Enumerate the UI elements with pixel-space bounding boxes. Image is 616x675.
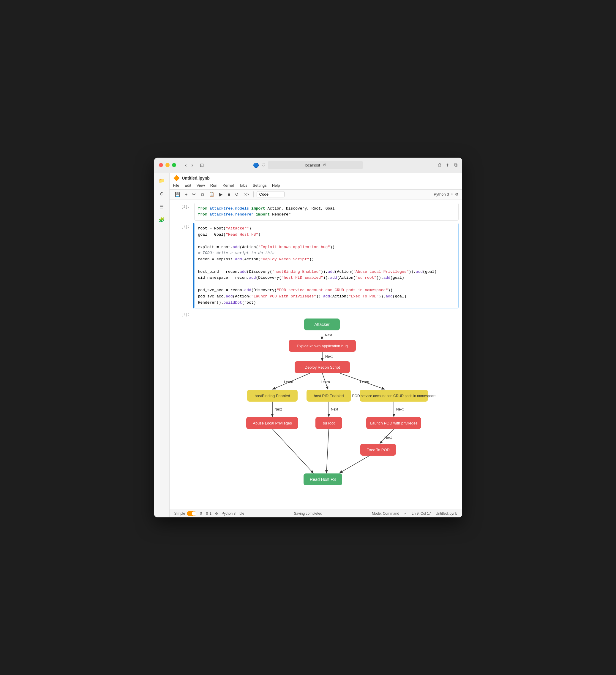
security-icon: 🔵 xyxy=(253,162,259,168)
titlebar-right-buttons: ⎙ + ⧉ xyxy=(438,162,458,169)
cell-2-code[interactable]: root = Root("Attacker") goal = Goal("Rea… xyxy=(195,223,458,308)
list-icon[interactable]: ☰ xyxy=(157,203,166,211)
maximize-button[interactable] xyxy=(172,163,176,167)
menu-tabs[interactable]: Tabs xyxy=(239,182,247,188)
menu-run[interactable]: Run xyxy=(210,182,217,188)
next-label-2: Next xyxy=(325,355,333,359)
main-content: 📁 ⊙ ☰ 🧩 🔶 Untitled.ipynb File Edit View … xyxy=(154,173,462,518)
arrow-11 xyxy=(326,429,329,473)
kernel-info-icon: ⊙ xyxy=(215,512,218,516)
minimize-button[interactable] xyxy=(165,163,169,167)
statusbar: Simple 0 ⊞ 1 ⊙ Python 3 | Idle Saving co… xyxy=(169,509,462,517)
stop-button[interactable]: ■ xyxy=(226,191,232,198)
address-bar-area: 🔵 🛡 localhost ↺ xyxy=(253,161,363,169)
menu-view[interactable]: View xyxy=(197,182,205,188)
output-prompt: [7]: xyxy=(169,311,193,506)
circle-icon[interactable]: ⊙ xyxy=(157,190,166,198)
abuse-label: Abuse Local Privileges xyxy=(253,421,292,425)
cell-1: [1]: from attacktree.models import Actio… xyxy=(169,202,462,222)
toggle-thumb xyxy=(192,512,196,516)
statusbar-left: Simple 0 ⊞ 1 ⊙ Python 3 | Idle xyxy=(174,511,245,516)
menu-file[interactable]: File xyxy=(173,182,180,188)
save-button[interactable]: 💾 xyxy=(173,191,182,198)
jupyter-logo: 🔶 xyxy=(173,175,180,181)
nav-buttons: ‹ › xyxy=(183,161,195,169)
graph-container: Attacker Next Exploit known application … xyxy=(194,311,459,506)
menu-bar: File Edit View Run Kernel Tabs Settings … xyxy=(173,182,459,190)
notebook-header: 🔶 Untitled.ipynb File Edit View Run Kern… xyxy=(169,173,462,190)
notebook-name-status: Untitled.ipynb xyxy=(436,512,458,516)
recon-label: Deploy Recon Script xyxy=(304,365,340,370)
notebook-filename: Untitled.ipynb xyxy=(182,176,210,180)
settings-icon[interactable]: ⚙ xyxy=(455,192,459,197)
cut-button[interactable]: ✂ xyxy=(191,191,198,198)
kernel-status: Python 3 ○ ⚙ xyxy=(434,192,458,197)
traffic-lights xyxy=(159,163,176,167)
simple-label: Simple xyxy=(174,512,185,516)
puzzle-icon[interactable]: 🧩 xyxy=(157,216,166,224)
files-icon[interactable]: 📁 xyxy=(157,176,166,185)
url-text: localhost xyxy=(305,163,320,167)
podservice-label: POD service account can CRUD pods in nam… xyxy=(352,394,435,398)
exploit-label: Exploit known application bug xyxy=(297,344,347,348)
windows-button[interactable]: ⧉ xyxy=(454,162,458,168)
kernel-info: Python 3 | Idle xyxy=(221,512,245,516)
notebook: 🔶 Untitled.ipynb File Edit View Run Kern… xyxy=(169,173,462,518)
output-cell: [7]: Attacker Next xyxy=(169,310,462,507)
suroot-label: su root xyxy=(323,421,335,425)
cursor-pos: Ln 9, Col 17 xyxy=(412,512,431,516)
cells-count: 0 xyxy=(200,512,202,516)
menu-kernel[interactable]: Kernel xyxy=(223,182,234,188)
forward-button[interactable]: › xyxy=(190,161,195,169)
cell-1-content[interactable]: from attacktree.models import Action, Di… xyxy=(194,203,459,221)
edit-mode: Mode: Command xyxy=(372,512,399,516)
cell-2: [7]: root = Root("Attacker") goal = Goal… xyxy=(169,222,462,310)
cell-2-prompt: [7]: xyxy=(169,223,193,308)
new-tab-button[interactable]: + xyxy=(446,162,450,169)
copy-button[interactable]: ⧉ xyxy=(199,191,206,198)
arrow-10 xyxy=(272,429,313,473)
menu-edit[interactable]: Edit xyxy=(185,182,191,188)
refresh-button[interactable]: ↺ xyxy=(323,163,326,167)
attack-tree-svg: Attacker Next Exploit known application … xyxy=(215,315,438,500)
back-button[interactable]: ‹ xyxy=(183,161,189,169)
close-button[interactable] xyxy=(159,163,163,167)
sidebar-icons: 📁 ⊙ ☰ 🧩 xyxy=(154,173,169,518)
cell-1-code[interactable]: from attacktree.models import Action, Di… xyxy=(195,203,458,221)
menu-help[interactable]: Help xyxy=(272,182,280,188)
paste-button[interactable]: 📋 xyxy=(207,191,216,198)
cells-area[interactable]: [1]: from attacktree.models import Actio… xyxy=(169,200,462,509)
simple-toggle[interactable]: Simple xyxy=(174,511,197,516)
toolbar-separator xyxy=(253,192,254,198)
statusbar-center: Saving completed xyxy=(249,512,367,516)
share-button[interactable]: ⎙ xyxy=(438,162,441,168)
attacker-label: Attacker xyxy=(314,322,330,327)
sidebar-toggle-button[interactable]: ⊡ xyxy=(200,162,204,168)
arrow-12 xyxy=(340,456,369,473)
cell-type-select[interactable]: Code Markdown xyxy=(257,191,284,198)
cell-2-content[interactable]: root = Root("Attacker") goal = Goal("Rea… xyxy=(194,223,459,308)
statusbar-right: Mode: Command ✓ Ln 9, Col 17 Untitled.ip… xyxy=(372,512,457,516)
output-content: Attacker Next Exploit known application … xyxy=(194,311,459,506)
add-cell-button[interactable]: + xyxy=(184,191,189,198)
restart-button[interactable]: ↺ xyxy=(233,191,240,198)
shield-icon: 🛡 xyxy=(261,163,266,167)
run-button[interactable]: ▶ xyxy=(218,191,224,198)
hostbinding-label: hostBinding Enabled xyxy=(255,394,290,398)
next-label-5: Next xyxy=(396,407,404,411)
address-bar[interactable]: localhost ↺ xyxy=(268,161,363,169)
learn-label-2: Learn xyxy=(321,380,330,384)
next-label-1: Next xyxy=(325,333,332,337)
launchpod-label: Launch POD with privileges xyxy=(370,421,418,425)
restart-run-button[interactable]: >> xyxy=(242,191,250,198)
kernel-cell-indicator: ⊞ 1 xyxy=(206,512,211,516)
next-label-6: Next xyxy=(384,436,392,440)
kernel-status-indicator: ○ xyxy=(451,192,453,197)
readhostfs-label: Read Host FS xyxy=(310,477,336,482)
next-label-3: Next xyxy=(274,407,282,411)
learn-label-3: Learn xyxy=(360,380,369,384)
notebook-title-row: 🔶 Untitled.ipynb xyxy=(173,175,459,181)
menu-settings[interactable]: Settings xyxy=(253,182,267,188)
toggle-track xyxy=(187,511,196,516)
hostpid-label: host PID Enabled xyxy=(314,394,344,398)
